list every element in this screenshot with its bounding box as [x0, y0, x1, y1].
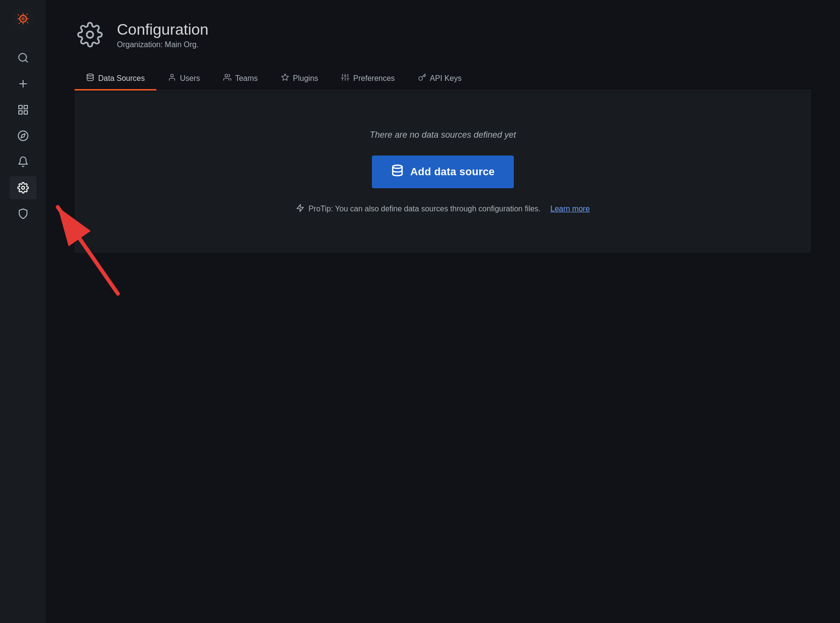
- sidebar-item-explore[interactable]: [10, 124, 37, 147]
- main-content: Configuration Organization: Main Org. Da…: [46, 0, 840, 623]
- sidebar-item-alerting[interactable]: [10, 150, 37, 173]
- protip-row: ProTip: You can also define data sources…: [296, 204, 590, 214]
- configuration-icon: [75, 19, 105, 50]
- svg-point-27: [393, 165, 402, 169]
- tab-data-sources[interactable]: Data Sources: [75, 67, 156, 91]
- tab-api-keys[interactable]: API Keys: [407, 67, 473, 91]
- sliders-icon: [341, 73, 349, 83]
- svg-line-4: [25, 60, 27, 62]
- db-icon: [86, 73, 94, 83]
- protip-text: ProTip: You can also define data sources…: [308, 205, 540, 213]
- learn-more-link[interactable]: Learn more: [550, 205, 590, 213]
- tab-teams-label: Teams: [235, 74, 258, 83]
- svg-point-13: [22, 186, 25, 189]
- svg-point-14: [87, 31, 93, 38]
- tab-data-sources-label: Data Sources: [98, 74, 145, 83]
- page-title: Configuration: [117, 20, 208, 39]
- svg-rect-7: [19, 105, 22, 109]
- tab-preferences-label: Preferences: [353, 74, 395, 83]
- key-icon: [418, 73, 426, 83]
- page-header-text: Configuration Organization: Main Org.: [117, 20, 208, 49]
- tab-users[interactable]: Users: [156, 67, 212, 91]
- svg-rect-9: [19, 111, 22, 114]
- svg-point-2: [21, 17, 25, 21]
- tab-preferences[interactable]: Preferences: [330, 67, 406, 91]
- svg-point-17: [225, 74, 228, 77]
- plug-icon: [281, 73, 289, 83]
- svg-point-15: [87, 74, 93, 76]
- content-area: There are no data sources defined yet Ad…: [75, 91, 811, 253]
- empty-state-text: There are no data sources defined yet: [369, 130, 516, 140]
- svg-rect-10: [24, 111, 27, 114]
- lightning-icon: [296, 204, 305, 214]
- svg-marker-12: [21, 134, 25, 138]
- svg-point-16: [171, 74, 174, 77]
- db-button-icon: [391, 164, 404, 180]
- svg-point-11: [18, 131, 28, 141]
- sidebar: [0, 0, 46, 623]
- svg-marker-28: [297, 205, 304, 212]
- tab-teams[interactable]: Teams: [212, 67, 269, 91]
- page-subtitle: Organization: Main Org.: [117, 40, 208, 49]
- tabs-nav: Data Sources Users Teams: [75, 67, 811, 91]
- users-icon: [223, 73, 231, 83]
- page-header: Configuration Organization: Main Org.: [75, 19, 811, 50]
- add-data-source-button[interactable]: Add data source: [372, 156, 514, 188]
- add-data-source-label: Add data source: [410, 166, 495, 178]
- grafana-logo[interactable]: [9, 5, 38, 34]
- tab-plugins-label: Plugins: [293, 74, 318, 83]
- svg-rect-8: [24, 105, 27, 109]
- user-icon: [168, 73, 176, 83]
- sidebar-item-shield[interactable]: [10, 202, 37, 225]
- sidebar-item-configuration[interactable]: [10, 176, 37, 199]
- sidebar-item-search[interactable]: [10, 46, 37, 69]
- sidebar-item-add[interactable]: [10, 72, 37, 95]
- tab-plugins[interactable]: Plugins: [269, 67, 330, 91]
- sidebar-item-dashboards[interactable]: [10, 98, 37, 121]
- tab-api-keys-label: API Keys: [430, 74, 462, 83]
- tab-users-label: Users: [180, 74, 200, 83]
